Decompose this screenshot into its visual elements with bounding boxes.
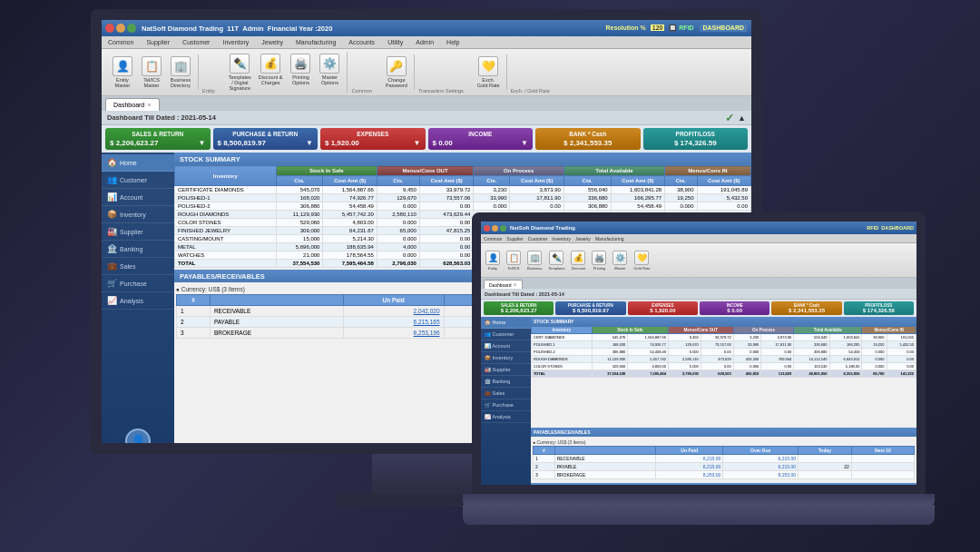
sidebar-item-supplier[interactable]: 🏭 Supplier xyxy=(102,223,174,241)
laptop-templ-label: Templates xyxy=(548,266,564,271)
user-avatar: 👤 xyxy=(125,429,151,443)
laptop-min-btn[interactable] xyxy=(492,225,498,232)
laptop-sales-card[interactable]: SALES & RETURN $ 2,206,623.27 xyxy=(484,301,554,315)
close-button[interactable] xyxy=(105,24,114,33)
laptop-tab-dashboard[interactable]: Dashboard × xyxy=(484,280,523,289)
laptop-profit-card[interactable]: PROFIT/LOSS $ 174,326.59 xyxy=(844,301,914,315)
menu-admin[interactable]: Admin xyxy=(413,38,436,46)
collapse-icon[interactable]: ▲ xyxy=(738,113,746,123)
laptop-gold-btn[interactable]: 💛 Gold Rate xyxy=(632,250,652,271)
bank-cash-value: $ 2,341,553.35 xyxy=(540,139,636,147)
laptop-toolbar: 👤 Entity 📋 Tel/ICS 🏢 Business ✒️ Templat… xyxy=(481,243,916,278)
master-options-button[interactable]: ⚙️ MasterOptions xyxy=(316,52,343,93)
laptop-print-btn[interactable]: 🖨️ Printing xyxy=(590,250,608,271)
menu-common[interactable]: Common xyxy=(105,38,136,46)
laptop-menu-inventory[interactable]: Inventory xyxy=(552,236,571,242)
laptop-sidebar-purchase[interactable]: 🛒 Purchase xyxy=(481,399,531,411)
sidebar-item-sales[interactable]: 💼 Sales xyxy=(102,258,174,275)
menu-accounts[interactable]: Accounts xyxy=(346,38,377,46)
laptop-sidebar-supplier[interactable]: 🏭 Supplier xyxy=(481,364,531,376)
customer-icon: 👥 xyxy=(107,175,117,184)
laptop-entity-btn[interactable]: 👤 Entity xyxy=(484,250,502,271)
business-directory-button[interactable]: 🏢 BusinessDirectory xyxy=(167,54,194,90)
bank-cash-title: BANK * Cash xyxy=(540,131,636,137)
sidebar-item-account[interactable]: 📊 Account xyxy=(102,189,174,206)
templates-button[interactable]: ✒️ Templates/ DigitalSignature xyxy=(226,52,254,93)
menu-help[interactable]: Help xyxy=(444,38,462,46)
laptop-biz-icon: 🏢 xyxy=(527,251,542,265)
change-password-button[interactable]: 🔑 ChangePassword xyxy=(383,54,410,90)
laptop-templ-btn[interactable]: ✒️ Templates xyxy=(546,250,566,271)
laptop-stock-table-container[interactable]: Inventory Stock In Safe Menus/Cons OUT O… xyxy=(531,326,916,426)
printing-options-button[interactable]: 🖨️ PrintingOptions xyxy=(287,52,314,93)
laptop-menu-customer[interactable]: Customer xyxy=(528,236,548,242)
laptop-bank-card[interactable]: BANK * Cash $ 2,341,553.35 xyxy=(771,301,841,315)
tab-close-icon[interactable]: × xyxy=(147,101,152,109)
menu-utility[interactable]: Utility xyxy=(385,38,406,46)
entity-master-button[interactable]: 👤 EntityMaster xyxy=(109,54,136,90)
bank-cash-card[interactable]: BANK * Cash $ 2,341,553.35 xyxy=(535,128,641,150)
sales-return-card[interactable]: SALES & RETURN $ 2,206,623.27 ▼ xyxy=(105,128,211,150)
laptop-sidebar-customer[interactable]: 👥 Customer xyxy=(481,329,531,340)
laptop-biz-btn[interactable]: 🏢 Business xyxy=(525,250,544,271)
minimize-button[interactable] xyxy=(116,24,125,33)
sidebar-inventory-label: Inventory xyxy=(120,212,146,218)
laptop-bank-header: BANK INFO xyxy=(531,483,916,485)
gold-rate-button[interactable]: 💛 Exch.Gold Rate xyxy=(475,54,503,90)
profit-loss-card[interactable]: PROFIT/LOSS $ 174,326.59 xyxy=(643,128,749,150)
menu-customer[interactable]: Customer xyxy=(180,38,212,46)
laptop-sidebar-account[interactable]: 📊 Account xyxy=(481,340,531,352)
menu-supplier[interactable]: Supplier xyxy=(143,38,172,46)
col-cts-4: Cts. xyxy=(564,176,611,186)
laptop-table-row: POLISHED-1 168,020 74,926.77 129,670 73,… xyxy=(532,341,916,349)
laptop-master-btn[interactable]: ⚙️ Master xyxy=(611,250,629,271)
income-dropdown-icon[interactable]: ▼ xyxy=(521,139,528,147)
laptop-sidebar-sales[interactable]: 💼 Sales xyxy=(481,388,531,399)
laptop-sales-value: $ 2,206,623.27 xyxy=(486,308,551,313)
laptop-purchase-card[interactable]: PURCHASE & RETURN $ 8,500,819.97 xyxy=(555,301,625,315)
laptop-menu-supplier[interactable]: Supplier xyxy=(506,236,523,242)
income-card[interactable]: INCOME $ 0.00 ▼ xyxy=(428,128,534,150)
laptop-sidebar-home[interactable]: 🏠 Home xyxy=(481,317,531,329)
tel-ics-master-button[interactable]: 📋 Tel/ICSMaster xyxy=(138,54,165,90)
laptop-menu-jewelry[interactable]: Jewelry xyxy=(575,236,591,242)
sidebar-item-customer[interactable]: 👥 Customer xyxy=(102,172,174,189)
laptop-sidebar-inventory[interactable]: 📦 Inventory xyxy=(481,352,531,364)
laptop-tab-close[interactable]: × xyxy=(513,281,516,288)
sidebar-item-inventory[interactable]: 📦 Inventory xyxy=(102,206,174,223)
laptop-max-btn[interactable] xyxy=(500,225,506,232)
sales-dropdown-icon[interactable]: ▼ xyxy=(199,139,206,147)
laptop-expenses-card[interactable]: EXPENSES $ 1,920.00 xyxy=(628,301,698,315)
laptop-close-btn[interactable] xyxy=(484,225,490,232)
expenses-card[interactable]: EXPENSES $ 1,920.00 ▼ xyxy=(320,128,426,150)
laptop-discount-btn[interactable]: 💰 Discount xyxy=(569,250,587,271)
laptop-table-row: COLOR STONES 529,060 4,803.00 0.000 0.00… xyxy=(532,363,916,370)
laptop-tel-btn[interactable]: 📋 Tel/ICS xyxy=(505,250,523,271)
laptop-sidebar-analysis[interactable]: 📈 Analysis xyxy=(481,411,531,423)
menu-inventory[interactable]: Inventory xyxy=(220,38,251,46)
sidebar-item-purchase[interactable]: 🛒 Purchase xyxy=(102,275,174,292)
laptop-income-card[interactable]: INCOME $ 0.00 xyxy=(700,301,769,315)
laptop-menu-manufacturing[interactable]: Manufacturing xyxy=(595,236,624,242)
sidebar-item-analysis[interactable]: 📈 Analysis xyxy=(102,292,174,310)
laptop-menu-common[interactable]: Common xyxy=(484,236,502,242)
menu-manufacturing[interactable]: Manufacturing xyxy=(293,38,338,46)
purchase-return-card[interactable]: PURCHASE & RETURN $ 8,500,819.97 ▼ xyxy=(213,128,318,150)
discount-charges-button[interactable]: 💰 Discount &Charges xyxy=(256,52,286,93)
laptop-menu-bar: Common Supplier Customer Inventory Jewel… xyxy=(481,234,916,243)
sidebar-item-home[interactable]: 🏠 Home xyxy=(102,154,174,172)
master-options-icon: ⚙️ xyxy=(319,54,339,74)
laptop-table-total-row: TOTAL 37,554,530 7,595,464 2,796,030 628… xyxy=(532,370,916,378)
expenses-dropdown-icon[interactable]: ▼ xyxy=(414,139,421,147)
col-inventory-header: Inventory xyxy=(175,166,277,186)
purchase-dropdown-icon[interactable]: ▼ xyxy=(306,139,313,147)
menu-jewelry[interactable]: Jewelry xyxy=(259,38,286,46)
maximize-button[interactable] xyxy=(127,24,136,33)
payables-col-unpaid: Un Paid xyxy=(343,295,444,306)
purchase-return-value: $ 8,500,819.97 xyxy=(218,139,266,147)
laptop-entity-label: Entity xyxy=(488,266,497,271)
laptop-sidebar-banking[interactable]: 🏦 Banking xyxy=(481,376,531,388)
sidebar-item-banking[interactable]: 🏦 Banking xyxy=(102,241,174,258)
window-controls[interactable] xyxy=(105,24,136,33)
tab-dashboard[interactable]: Dashboard × xyxy=(105,98,160,111)
